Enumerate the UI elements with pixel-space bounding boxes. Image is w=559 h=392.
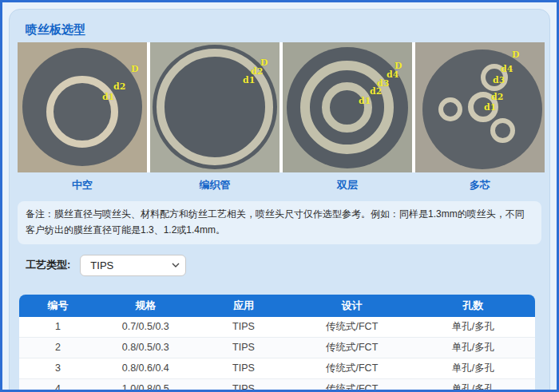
process-type-select-wrap: TIPS (80, 255, 186, 276)
cell-holes: 单孔/多孔 (411, 379, 535, 392)
dimension-label: d2 (491, 93, 503, 101)
table-row: 4 1.0/0.8/0.5 TIPS 传统式/FCT 单孔/多孔 (19, 379, 535, 392)
main-panel: 喷丝板选型 D d2 d1 D d2 d1 D d4 d3 d2 d1 (9, 9, 550, 392)
spinneret-spec-table: 编号 规格 应用 设计 孔数 1 0.7/0.5/0.3 TIPS 传统式/FC… (19, 295, 535, 392)
core-ring-bottom (490, 118, 515, 143)
table-row: 3 0.8/0.6/0.4 TIPS 传统式/FCT 单孔/多孔 (19, 358, 535, 379)
caption-braided: 编织管 (150, 178, 280, 192)
cell-design: 传统式/FCT (292, 379, 411, 392)
gallery-captions: 中空 编织管 双层 多芯 (18, 178, 545, 192)
process-type-filter: 工艺类型: TIPS (26, 255, 541, 276)
cell-design: 传统式/FCT (292, 317, 411, 338)
dimension-label: d1 (359, 97, 371, 105)
spinneret-image-braided: D d2 d1 (150, 42, 280, 172)
cell-design: 传统式/FCT (292, 358, 411, 379)
process-type-label: 工艺类型: (26, 258, 70, 272)
cell-spec: 0.7/0.5/0.3 (97, 317, 195, 338)
dimension-label: d1 (484, 103, 496, 112)
dimension-label: d3 (493, 76, 505, 85)
page-title: 喷丝板选型 (26, 22, 549, 36)
column-header-design: 设计 (292, 295, 411, 317)
caption-hollow: 中空 (18, 178, 147, 192)
dimension-label: d4 (501, 65, 513, 73)
dimension-label: D (512, 50, 520, 59)
column-header-number: 编号 (19, 295, 97, 317)
process-type-select[interactable]: TIPS (80, 255, 186, 276)
caption-double-layer: 双层 (283, 178, 412, 192)
cell-number: 2 (19, 338, 97, 358)
spinneret-image-double-layer: D d4 d3 d2 d1 (283, 42, 412, 172)
cell-application: TIPS (195, 358, 293, 379)
cell-application: TIPS (195, 338, 293, 358)
spinneret-gallery: D d2 d1 D d2 d1 D d4 d3 d2 d1 D (18, 42, 545, 172)
core-ring-left (438, 97, 462, 121)
cell-number: 1 (19, 317, 97, 338)
cell-holes: 单孔/多孔 (411, 358, 535, 379)
dimension-label: d2 (370, 87, 382, 96)
table-row: 2 0.8/0.5/0.3 TIPS 传统式/FCT 单孔/多孔 (19, 338, 535, 358)
cell-holes: 单孔/多孔 (411, 317, 535, 338)
cell-spec: 0.8/0.6/0.4 (97, 358, 195, 379)
cell-application: TIPS (195, 379, 293, 392)
column-header-application: 应用 (195, 295, 293, 317)
dimension-label: d1 (243, 76, 255, 85)
cell-spec: 0.8/0.5/0.3 (97, 338, 195, 358)
column-header-spec: 规格 (97, 295, 195, 317)
table-header-row: 编号 规格 应用 设计 孔数 (19, 295, 535, 317)
dimension-label: d2 (113, 82, 125, 91)
table-row: 1 0.7/0.5/0.3 TIPS 传统式/FCT 单孔/多孔 (19, 317, 535, 338)
dimension-label: D (131, 65, 139, 73)
cell-spec: 1.0/0.8/0.5 (97, 379, 195, 392)
column-header-holes: 孔数 (411, 295, 535, 317)
inner-ring-shape (322, 82, 372, 133)
cell-design: 传统式/FCT (292, 338, 411, 358)
dimension-label: d1 (102, 93, 114, 101)
cell-number: 3 (19, 358, 97, 379)
spinneret-image-hollow: D d2 d1 (18, 42, 147, 172)
cell-holes: 单孔/多孔 (411, 338, 535, 358)
cell-application: TIPS (195, 317, 293, 338)
spinneret-image-multi-core: D d4 d3 d2 d1 (415, 42, 545, 172)
caption-multi-core: 多芯 (415, 178, 545, 192)
cell-number: 4 (19, 379, 97, 392)
note-text: 备注：膜丝直径与喷丝头、材料配方和纺丝工艺相关，喷丝头尺寸仅作选型参考。例如：同… (18, 201, 541, 244)
hollow-ring-shape (46, 76, 118, 148)
